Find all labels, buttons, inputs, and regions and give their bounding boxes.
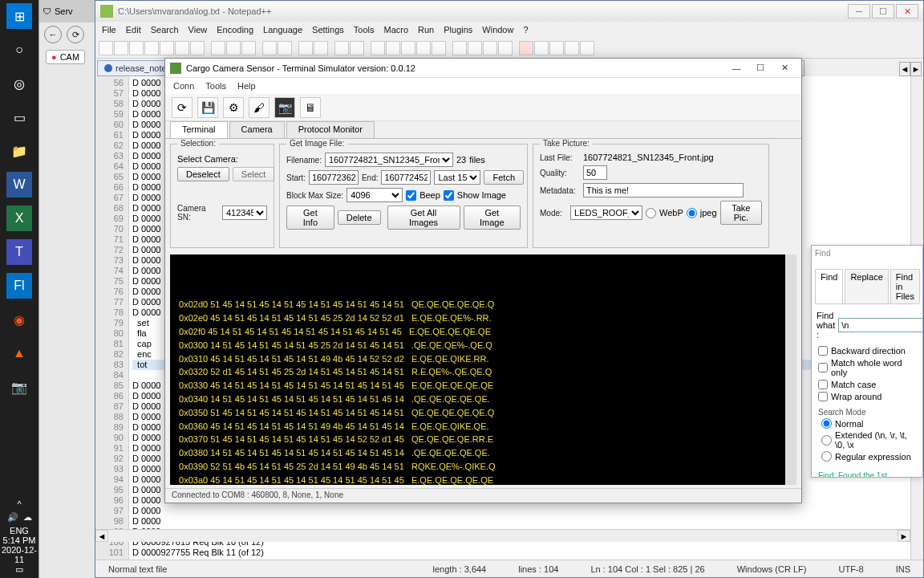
chk-whole[interactable] <box>818 363 828 372</box>
tool-indent-icon[interactable] <box>416 41 431 55</box>
npp-titlebar[interactable]: C:\Users\mvaranda\log.txt - Notepad++ ─ … <box>95 1 923 22</box>
tool-sync-icon[interactable] <box>371 41 385 55</box>
tool-cut-icon[interactable] <box>211 41 225 55</box>
find-tab-find[interactable]: Find <box>815 269 843 303</box>
chk-wrap[interactable] <box>818 392 828 401</box>
cortana-icon[interactable]: ◎ <box>6 71 32 96</box>
cargo-menubar[interactable]: Conn Tools Help <box>165 78 801 94</box>
menu-conn[interactable]: Conn <box>173 81 194 91</box>
tool-save-icon[interactable]: 💾 <box>197 97 218 118</box>
start-icon[interactable]: ⊞ <box>6 3 32 29</box>
onedrive-icon[interactable]: ☁ <box>23 512 32 523</box>
cargo-maximize-button[interactable]: ☐ <box>748 60 772 76</box>
camera-sn-select[interactable]: 412345 <box>222 206 267 220</box>
tool-zoomin-icon[interactable] <box>334 41 349 55</box>
select-button[interactable]: Select <box>233 167 275 181</box>
menu-help[interactable]: ? <box>523 25 528 35</box>
tool-playmulti-icon[interactable] <box>565 41 579 55</box>
radio-webp[interactable] <box>646 208 656 218</box>
getinfo-button[interactable]: Get Info <box>286 206 334 230</box>
excel-icon[interactable]: X <box>6 206 32 231</box>
find-what-input[interactable] <box>838 318 923 332</box>
tool-play-icon[interactable] <box>549 41 564 55</box>
search-icon[interactable]: ○ <box>6 37 32 63</box>
camera-app-icon[interactable]: 📷 <box>6 374 32 400</box>
tool-close-icon[interactable] <box>160 41 174 55</box>
deselect-button[interactable]: Deselect <box>177 167 229 181</box>
menu-macro[interactable]: Macro <box>383 25 408 35</box>
tray-chevron-icon[interactable]: ^ <box>0 499 38 509</box>
flash-icon[interactable]: Fl <box>6 273 32 299</box>
tool-find-icon[interactable] <box>298 41 313 55</box>
tool-monitor-icon[interactable] <box>498 41 513 55</box>
minimize-button[interactable]: ─ <box>848 4 870 18</box>
vlc-icon[interactable]: ▲ <box>6 340 32 366</box>
takepic-button[interactable]: Take Pic. <box>720 201 762 225</box>
tab-scroll-right[interactable]: ► <box>910 62 922 76</box>
tool-rec-icon[interactable] <box>519 41 533 55</box>
cargo-minimize-button[interactable]: ― <box>724 60 748 76</box>
radio-jpeg[interactable] <box>687 208 697 218</box>
tab-protocol[interactable]: Protocol Monitor <box>286 121 375 138</box>
beep-check[interactable] <box>406 190 416 201</box>
tab-scroll-left[interactable]: ◄ <box>899 62 910 76</box>
back-icon[interactable]: ← <box>44 26 62 43</box>
notifications-icon[interactable]: ▭ <box>0 564 38 575</box>
find-tab-infiles[interactable]: Find in Files <box>890 269 920 303</box>
block-select[interactable]: 4096 <box>346 188 403 202</box>
start-input[interactable] <box>309 170 359 185</box>
tool-wrap-icon[interactable] <box>386 41 400 55</box>
tool-paste-icon[interactable] <box>241 41 256 55</box>
cam-button[interactable]: ● CAM <box>46 50 85 64</box>
npp-menubar[interactable]: File Edit Search View Encoding Language … <box>95 22 923 38</box>
tool-zoomout-icon[interactable] <box>350 41 364 55</box>
mode-select[interactable]: LEDS_ROOF_FUL <box>570 206 642 220</box>
menu-search[interactable]: Search <box>151 25 179 35</box>
explorer-icon[interactable]: 📁 <box>6 138 32 164</box>
tool-saveall-icon[interactable] <box>144 41 159 55</box>
menu-encoding[interactable]: Encoding <box>217 25 253 35</box>
menu-tools[interactable]: Tools <box>205 81 226 91</box>
tool-map-icon[interactable] <box>468 41 482 55</box>
tool-stop-icon[interactable] <box>534 41 549 55</box>
tool-doc-icon[interactable] <box>483 41 497 55</box>
radio-normal[interactable] <box>821 418 832 429</box>
clock-time[interactable]: 5:14 PM <box>0 535 38 545</box>
tool-refresh-icon[interactable]: ⟳ <box>172 97 192 118</box>
tool-print-icon[interactable] <box>190 41 205 55</box>
getimage-button[interactable]: Get Image <box>464 206 521 230</box>
tool-allchars-icon[interactable] <box>401 41 415 55</box>
maximize-button[interactable]: ☐ <box>872 4 894 18</box>
find-tab-replace[interactable]: Replace <box>845 269 888 303</box>
word-icon[interactable]: W <box>6 172 32 197</box>
cargo-close-button[interactable]: ✕ <box>772 60 796 76</box>
meta-input[interactable] <box>583 183 744 197</box>
term-scrollbar[interactable] <box>785 254 796 485</box>
radio-extended[interactable] <box>821 435 832 446</box>
tool-folder-icon[interactable] <box>432 41 446 55</box>
menu-run[interactable]: Run <box>418 25 434 35</box>
tool-open-icon[interactable] <box>114 41 128 55</box>
tool-replace-icon[interactable] <box>314 41 328 55</box>
menu-plugins[interactable]: Plugins <box>444 25 472 35</box>
tool-func-icon[interactable] <box>452 41 467 55</box>
quality-input[interactable] <box>583 165 607 180</box>
getall-button[interactable]: Get All Images <box>387 206 460 230</box>
ubuntu-icon[interactable]: ◉ <box>6 307 32 332</box>
cargo-titlebar[interactable]: Cargo Camera Sensor - Terminal Simulator… <box>165 59 801 78</box>
taskview-icon[interactable]: ▭ <box>6 104 32 130</box>
menu-language[interactable]: Language <box>263 25 302 35</box>
tray[interactable]: ^ 🔊 ☁ ENG 5:14 PM 2020-12-11 ▭ <box>0 496 38 578</box>
tool-undo-icon[interactable] <box>262 41 277 55</box>
filename-select[interactable]: 1607724821_SN12345_Front.jpg <box>325 153 453 167</box>
tool-new-icon[interactable] <box>99 41 113 55</box>
tool-save-icon[interactable] <box>129 41 144 55</box>
menu-help[interactable]: Help <box>237 81 256 91</box>
menu-window[interactable]: Window <box>482 25 513 35</box>
tool-gear-icon[interactable]: ⚙ <box>223 97 244 118</box>
fetch-button[interactable]: Fetch <box>484 170 524 185</box>
tool-camera-icon[interactable]: 📷 <box>274 97 295 118</box>
chk-backward[interactable] <box>818 346 828 356</box>
menu-tools[interactable]: Tools <box>354 25 375 35</box>
tool-closeall-icon[interactable] <box>175 41 189 55</box>
